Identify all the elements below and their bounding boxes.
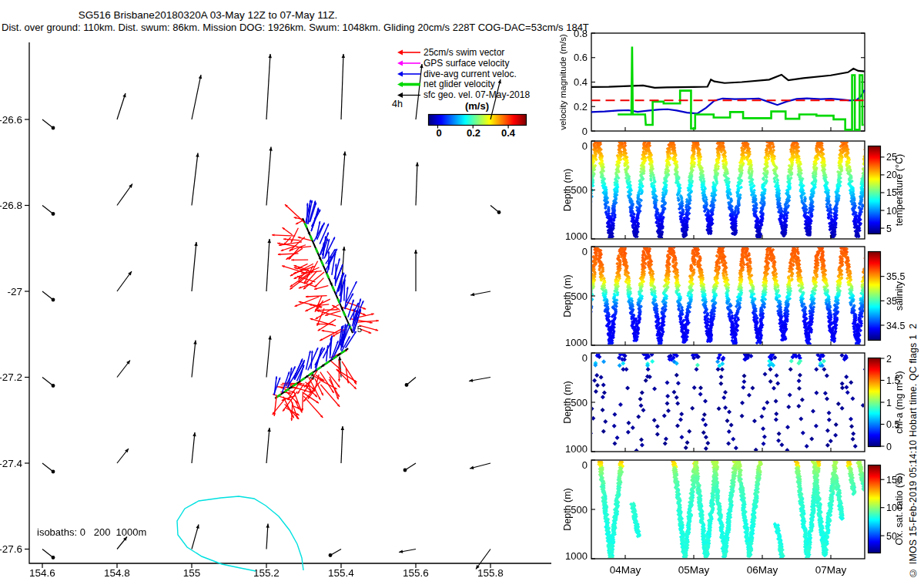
geo-velocity-arrow — [490, 79, 500, 119]
geo-velocity-arrow-head — [268, 54, 271, 58]
velocity-y-tick-label: 0.4 — [574, 76, 588, 88]
salinity-colorbar-tick-label: 34.5 — [886, 321, 905, 331]
geo-velocity-arrow — [42, 463, 53, 472]
oxygen-frame — [591, 460, 865, 559]
net-velocity-dash — [316, 248, 318, 253]
swim-vector-arrow — [274, 396, 276, 416]
geo-velocity-arrow — [405, 463, 416, 470]
temperature-ylabel: Depth (m) — [562, 169, 573, 212]
map-x-tick-label: 154.6 — [29, 567, 55, 578]
velocity-y-tick-label: 0 — [582, 126, 588, 137]
dive-number-label: 5 — [357, 324, 362, 334]
net-velocity-dash — [325, 361, 330, 365]
geo-velocity-arrow-head — [399, 549, 403, 553]
dive-avg-current-arrow — [346, 281, 357, 302]
geo-velocity-arrow — [192, 242, 196, 291]
geo-velocity-arrow-head — [52, 298, 55, 302]
geo-velocity-arrow — [42, 206, 53, 214]
swim-vector-arrow-head — [283, 238, 286, 240]
geo-velocity-arrow-head — [52, 384, 55, 388]
geo-velocity-arrow — [266, 336, 270, 378]
geo-velocity-arrow-head — [416, 163, 419, 166]
chl-colorbar-tick-label: 1 — [886, 398, 892, 408]
map-axes — [29, 42, 551, 563]
oxygen-depth-tick-label: 1000 — [565, 550, 588, 562]
swim-vector-arrow-head — [290, 418, 293, 421]
geo-velocity-arrow-head — [122, 93, 126, 97]
geo-velocity-arrow-head — [52, 556, 55, 560]
oxygen-depth-tick-label: 0 — [582, 459, 588, 471]
net-velocity-dash — [300, 378, 305, 381]
dive-avg-current-arrow-head — [341, 264, 343, 267]
date-tick-label: 04May — [610, 564, 641, 576]
map-y-tick-label: -27 — [7, 286, 22, 297]
geo-velocity-arrow-head — [52, 212, 55, 216]
map-x-tick-label: 155.4 — [328, 567, 354, 578]
legend-arrow-head — [397, 92, 403, 98]
date-tick-label: 06May — [747, 564, 778, 576]
geo-velocity-arrow-head — [414, 250, 417, 254]
salinity-ylabel: Depth (m) — [562, 274, 573, 318]
swim-vector-arrow — [285, 204, 305, 223]
dive-avg-current-arrow-head — [326, 233, 328, 235]
swim-vector-arrow — [317, 310, 338, 311]
geo-velocity-arrow — [341, 54, 343, 119]
net-velocity-dash — [321, 260, 323, 265]
temperature-depth-tick-label: 0 — [582, 140, 588, 152]
swim-vector-arrow-head — [299, 287, 302, 289]
oxygen-colorbar-frame — [869, 465, 881, 553]
oxygen-ylabel: Depth (m) — [562, 488, 573, 531]
temperature-colorbar-frame — [869, 146, 881, 234]
geo-velocity-arrow — [192, 75, 201, 119]
geo-velocity-arrow-head — [343, 152, 346, 156]
dive-number-label: 4 — [310, 372, 315, 381]
chl-colorbar-tick-label: 0 — [886, 442, 892, 452]
velocity-y-tick-label: 0.8 — [574, 28, 588, 39]
geo-velocity-arrow-head — [52, 470, 55, 474]
salinity-frame — [591, 247, 865, 345]
geo-velocity-arrow — [42, 119, 53, 128]
dive-avg-current-arrow — [274, 378, 280, 395]
seaglider-figure: SG516 Brisbane20180320A 03-May 12Z to 07… — [0, 0, 924, 578]
geo-velocity-arrow — [341, 426, 343, 463]
legend-arrow-head — [397, 72, 403, 77]
geo-velocity-arrow-head — [403, 469, 407, 472]
geo-velocity-arrow — [416, 64, 422, 119]
geo-velocity-arrow-head — [267, 239, 270, 243]
swim-vector-arrow-head — [377, 320, 379, 322]
dive-avg-current-arrow-head — [336, 341, 338, 343]
swim-vector-arrow-head — [293, 271, 296, 274]
map-y-tick-label: -27.2 — [0, 371, 22, 383]
swim-vector-arrow-head — [300, 382, 303, 385]
chl-colorbar-frame — [869, 358, 881, 447]
swim-vector-arrow-head — [282, 265, 285, 267]
geo-velocity-arrow — [416, 163, 417, 206]
chl-depth-tick-label: 1000 — [565, 443, 588, 455]
geo-velocity-arrow-head — [338, 357, 341, 361]
swim-vector-arrow-head — [278, 254, 280, 256]
chl-ylabel: Depth (m) — [562, 381, 573, 424]
geo-velocity-arrow-head — [497, 210, 501, 214]
net-velocity-dash — [326, 274, 329, 278]
chl-depth-tick-label: 500 — [571, 397, 588, 408]
geo-velocity-arrow — [266, 54, 270, 119]
velocity-ylabel: velocity magnitude (m/s) — [558, 34, 567, 130]
map-x-tick-label: 154.8 — [104, 567, 130, 578]
velocity-y-tick-label: 0.2 — [574, 101, 588, 113]
chl-frame — [591, 353, 865, 452]
geo-velocity-arrow — [117, 93, 126, 119]
geo-velocity-arrow — [192, 341, 196, 378]
geo-velocity-arrow — [192, 153, 198, 206]
temperature-frame — [591, 141, 865, 239]
geo-velocity-arrow — [266, 147, 271, 206]
geo-velocity-arrow-head — [405, 383, 409, 387]
geo-velocity-arrow-head — [469, 378, 473, 381]
swim-vector-arrow-head — [325, 314, 328, 316]
salinity-depth-tick-label: 500 — [571, 291, 588, 302]
geo-velocity-arrow — [330, 549, 341, 556]
map-y-tick-label: -26.8 — [0, 200, 22, 211]
temperature-depth-tick-label: 1000 — [565, 230, 588, 242]
salinity-colorbar-title: salinity — [894, 281, 905, 311]
temperature-depth-tick-label: 500 — [571, 184, 588, 196]
legend-arrow-head — [397, 82, 403, 87]
